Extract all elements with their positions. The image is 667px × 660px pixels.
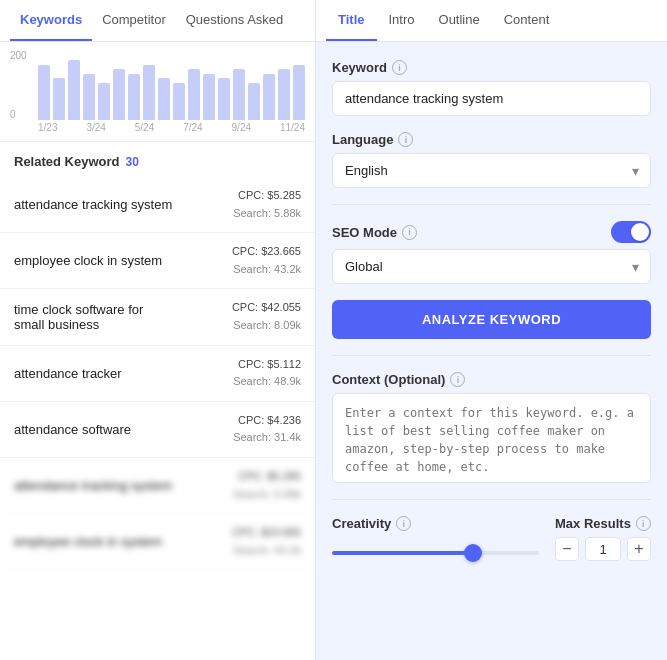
tab-outline[interactable]: Outline <box>427 0 492 41</box>
keyword-item-name: time clock software for small business <box>14 302 174 332</box>
chart-bar <box>53 78 65 120</box>
max-results-input[interactable]: 1 <box>585 537 621 561</box>
chart-bar <box>83 74 95 120</box>
chart-divider <box>0 141 315 142</box>
chart-bar <box>293 65 305 120</box>
seo-mode-label: SEO Mode i <box>332 225 417 240</box>
chart-bar <box>248 83 260 120</box>
chart-bar <box>113 69 125 120</box>
language-select[interactable]: English Spanish French German Chinese <box>332 153 651 188</box>
creativity-slider[interactable] <box>332 551 539 555</box>
related-keyword-count: 30 <box>125 155 138 169</box>
chart-bar <box>263 74 275 120</box>
keyword-input[interactable] <box>332 81 651 116</box>
bottom-row: Creativity i Max Results i − 1 + <box>332 516 651 564</box>
keyword-item-name: attendance software <box>14 422 131 437</box>
keyword-item-name: attendance tracking system <box>14 478 172 493</box>
seo-mode-toggle[interactable] <box>611 221 651 243</box>
max-results-group: Max Results i − 1 + <box>555 516 651 561</box>
chart-y-max: 200 <box>10 50 27 61</box>
chart-x-label: 9/24 <box>232 122 251 133</box>
increment-button[interactable]: + <box>627 537 651 561</box>
chart-x-label: 1/23 <box>38 122 57 133</box>
right-content: Keyword i Language i English Spanish Fre… <box>316 42 667 582</box>
toggle-knob <box>631 223 649 241</box>
chart-bar <box>188 69 200 120</box>
chart-bar <box>218 78 230 120</box>
tab-questions-asked[interactable]: Questions Asked <box>176 0 294 41</box>
creativity-group: Creativity i <box>332 516 539 564</box>
keyword-item-stats: CPC: $4.236Search: 31.4k <box>233 412 301 447</box>
left-panel: Keywords Competitor Questions Asked 200 … <box>0 0 316 660</box>
keyword-item-stats: CPC: $5.285Search: 5.88k <box>233 468 301 503</box>
chart-bar <box>158 78 170 120</box>
keyword-item-stats: CPC: $23.665Search: 43.2k <box>232 243 301 278</box>
tab-intro[interactable]: Intro <box>377 0 427 41</box>
keyword-item-name: attendance tracker <box>14 366 122 381</box>
chart-x-label: 11/24 <box>280 122 305 133</box>
chart-bar <box>68 60 80 120</box>
keyword-item-stats: CPC: $23.665Search: 43.2k <box>232 524 301 559</box>
list-item[interactable]: employee clock in systemCPC: $23.665Sear… <box>0 514 315 570</box>
chart-bar <box>233 69 245 120</box>
tab-competitor[interactable]: Competitor <box>92 0 176 41</box>
right-panel: Title Intro Outline Content Keyword i La… <box>316 0 667 660</box>
language-group: Language i English Spanish French German… <box>332 132 651 188</box>
list-item[interactable]: employee clock in systemCPC: $23.665Sear… <box>0 233 315 289</box>
seo-mode-group: SEO Mode i Global Local National ▾ <box>332 221 651 284</box>
related-keyword-title: Related Keyword <box>14 154 119 169</box>
tab-title[interactable]: Title <box>326 0 377 41</box>
section-divider-3 <box>332 499 651 500</box>
seo-mode-info-icon[interactable]: i <box>402 225 417 240</box>
keyword-info-icon[interactable]: i <box>392 60 407 75</box>
language-info-icon[interactable]: i <box>398 132 413 147</box>
language-select-wrapper: English Spanish French German Chinese ▾ <box>332 153 651 188</box>
keyword-item-name: employee clock in system <box>14 534 162 549</box>
section-divider-2 <box>332 355 651 356</box>
global-select[interactable]: Global Local National <box>332 249 651 284</box>
context-label: Context (Optional) i <box>332 372 651 387</box>
chart-bar <box>203 74 215 120</box>
language-label: Language i <box>332 132 651 147</box>
analyze-keyword-button[interactable]: ANALYZE KEYWORD <box>332 300 651 339</box>
chart-area: 200 0 1/233/245/247/249/2411/24 <box>0 42 315 137</box>
creativity-label: Creativity i <box>332 516 539 531</box>
keyword-item-name: employee clock in system <box>14 253 162 268</box>
context-group: Context (Optional) i <box>332 372 651 483</box>
list-item[interactable]: time clock software for small businessCP… <box>0 289 315 345</box>
chart-bar <box>173 83 185 120</box>
list-item[interactable]: attendance trackerCPC: $5.112Search: 48.… <box>0 346 315 402</box>
chart-y-min: 0 <box>10 109 27 120</box>
chart-bars <box>10 50 305 120</box>
chart-y-labels: 200 0 <box>10 50 27 120</box>
max-results-label: Max Results i <box>555 516 651 531</box>
creativity-info-icon[interactable]: i <box>396 516 411 531</box>
keyword-group: Keyword i <box>332 60 651 116</box>
context-info-icon[interactable]: i <box>450 372 465 387</box>
global-select-wrapper: Global Local National ▾ <box>332 249 651 284</box>
slider-wrapper <box>332 537 539 564</box>
context-textarea[interactable] <box>332 393 651 483</box>
chart-bar <box>128 74 140 120</box>
keyword-label: Keyword i <box>332 60 651 75</box>
chart-x-labels: 1/233/245/247/249/2411/24 <box>10 122 305 133</box>
related-keyword-header: Related Keyword 30 <box>0 146 315 177</box>
keyword-item-stats: CPC: $5.112Search: 48.9k <box>233 356 301 391</box>
right-tabs: Title Intro Outline Content <box>316 0 667 42</box>
decrement-button[interactable]: − <box>555 537 579 561</box>
chart-bar <box>38 65 50 120</box>
stepper-row: − 1 + <box>555 537 651 561</box>
chart-x-label: 5/24 <box>135 122 154 133</box>
list-item[interactable]: attendance tracking systemCPC: $5.285Sea… <box>0 458 315 514</box>
chart-x-label: 7/24 <box>183 122 202 133</box>
seo-mode-row: SEO Mode i <box>332 221 651 243</box>
keyword-item-name: attendance tracking system <box>14 197 172 212</box>
tab-keywords[interactable]: Keywords <box>10 0 92 41</box>
keyword-item-stats: CPC: $5.285Search: 5.88k <box>233 187 301 222</box>
tab-content[interactable]: Content <box>492 0 562 41</box>
list-item[interactable]: attendance tracking systemCPC: $5.285Sea… <box>0 177 315 233</box>
list-item[interactable]: attendance softwareCPC: $4.236Search: 31… <box>0 402 315 458</box>
chart-x-label: 3/24 <box>86 122 105 133</box>
chart-bar <box>278 69 290 120</box>
max-results-info-icon[interactable]: i <box>636 516 651 531</box>
